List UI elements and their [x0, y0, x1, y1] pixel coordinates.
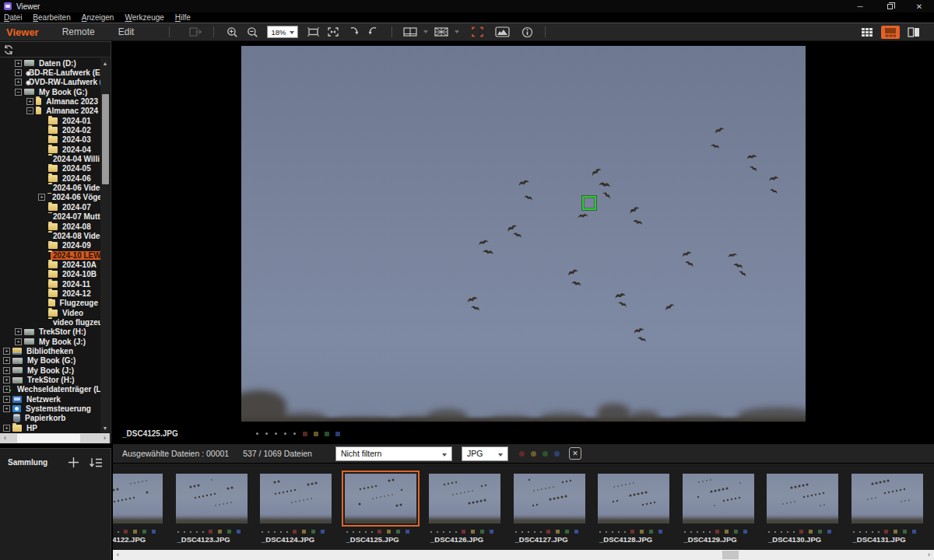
expand-icon[interactable]: +	[3, 357, 10, 364]
tree-item-bd-re-laufwerk-e-[interactable]: +BD-RE-Laufwerk (E:)	[0, 68, 100, 77]
filter-label-chip[interactable]	[554, 451, 560, 457]
tree-item-almanac-2023[interactable]: +Almanac 2023	[0, 96, 100, 106]
rating-dot[interactable]	[612, 531, 613, 533]
label-chip[interactable]	[142, 530, 146, 534]
rating-dot[interactable]	[443, 531, 444, 533]
rating-dot[interactable]	[265, 432, 268, 435]
photo-canvas[interactable]	[241, 46, 806, 422]
rating-dot[interactable]	[709, 531, 711, 533]
compare-icon[interactable]	[433, 24, 450, 40]
expand-icon[interactable]: +	[26, 98, 33, 105]
fit-frame-icon[interactable]	[304, 24, 321, 40]
rating-dot[interactable]	[599, 531, 601, 533]
tree-item-hp[interactable]: +HP	[0, 423, 100, 432]
tree-item-bibliotheken[interactable]: +Bibliotheken	[0, 346, 100, 355]
add-collection-icon[interactable]	[68, 457, 79, 468]
tree-horizontal-scrollbar[interactable]: ‹ ›	[0, 433, 110, 443]
rating-dot[interactable]	[118, 531, 119, 533]
rating-dot[interactable]	[853, 531, 855, 533]
compare-dropdown[interactable]	[455, 30, 459, 33]
filmstrip-thumbnail--dsc4128-jpg[interactable]: _DSC4128.JPG	[592, 464, 676, 544]
thumbnail-frame[interactable]	[173, 471, 251, 527]
expand-icon[interactable]: +	[3, 405, 10, 412]
tree-item-2024-06-video[interactable]: 2024-06 Video	[0, 183, 100, 192]
filmstrip-thumbnail--dsc4124-jpg[interactable]: _DSC4124.JPG	[254, 464, 339, 544]
tree-item-2024-04[interactable]: 2024-04	[0, 145, 100, 154]
rating-dot[interactable]	[774, 531, 776, 533]
zoom-level-select[interactable]: 18%	[267, 26, 298, 38]
tree-item-wechseldatentr-ger-l-[interactable]: +Wechseldatenträger (L:)	[0, 385, 100, 394]
thumbnail-frame[interactable]	[342, 471, 420, 527]
sort-collection-icon[interactable]	[89, 457, 103, 468]
rating-dot[interactable]	[878, 531, 880, 533]
export-icon[interactable]	[187, 24, 204, 40]
rating-dot[interactable]	[284, 432, 286, 435]
label-chip[interactable]	[903, 530, 907, 534]
rating-dot[interactable]	[787, 531, 788, 533]
label-chip[interactable]	[546, 530, 550, 534]
tree-item-video[interactable]: Video	[0, 308, 100, 317]
rating-dot[interactable]	[697, 531, 698, 533]
expand-icon[interactable]: +	[15, 328, 22, 335]
thumbnail-frame[interactable]	[511, 471, 588, 527]
filmstrip-scroll-left[interactable]: ‹	[113, 550, 123, 560]
label-chip[interactable]	[912, 530, 916, 534]
label-chip[interactable]	[387, 530, 391, 534]
filmstrip-thumbnail--dsc4126-jpg[interactable]: _DSC4126.JPG	[423, 464, 507, 544]
label-chip[interactable]	[209, 530, 212, 534]
filmstrip-thumbnail--dsc4125-jpg[interactable]: _DSC4125.JPG	[339, 464, 423, 544]
rotate-right-icon[interactable]	[365, 24, 382, 40]
thumbnail-image[interactable]	[851, 474, 923, 523]
filmstrip-thumbnail--dsc4122-jpg[interactable]: _DSC4122.JPG	[113, 464, 170, 544]
thumbnail-image[interactable]	[514, 474, 585, 523]
tree-item-trekstor-h-[interactable]: +TrekStor (H:)	[0, 327, 100, 337]
label-filter-chips[interactable]	[519, 451, 566, 457]
label-chip[interactable]	[894, 530, 897, 534]
expand-icon[interactable]: +	[3, 376, 10, 383]
tree-item-2024-07-mutter[interactable]: 2024-07 Mutter	[0, 212, 100, 222]
thumbnail-frame[interactable]	[426, 471, 504, 527]
tree-item-2024-08-video[interactable]: 2024-08 Video	[0, 231, 100, 240]
fit-screen-icon[interactable]	[325, 24, 342, 40]
tree-item-2024-04-willi[interactable]: 2024-04 Willi	[0, 154, 100, 163]
thumbnail-frame[interactable]	[595, 471, 672, 527]
label-chip[interactable]	[734, 530, 738, 534]
rating-dot[interactable]	[280, 531, 282, 533]
tree-item-2024-11[interactable]: 2024-11	[0, 279, 100, 289]
tree-item-my-book-j-[interactable]: +My Book (J:)	[0, 366, 100, 375]
label-chip[interactable]	[377, 530, 381, 534]
tree-item-2024-06-v-gel[interactable]: +2024-06 Vögel	[0, 193, 100, 202]
label-chip[interactable]	[649, 530, 653, 534]
tree-item-papierkorb[interactable]: Papierkorb	[0, 414, 100, 423]
view-mode-filmstrip-button[interactable]	[881, 26, 900, 39]
view-mode-grid-button[interactable]	[858, 26, 876, 39]
label-chip[interactable]	[462, 530, 465, 534]
label-chip[interactable]	[303, 432, 307, 436]
rating-dot[interactable]	[684, 531, 686, 533]
rating-dot[interactable]	[768, 531, 770, 533]
label-chip[interactable]	[884, 530, 888, 534]
rating-dot[interactable]	[430, 531, 432, 533]
label-chip[interactable]	[325, 432, 329, 436]
filter-label-chip[interactable]	[542, 451, 548, 457]
label-chip[interactable]	[237, 530, 241, 534]
tree-item-netzwerk[interactable]: +Netzwerk	[0, 394, 100, 404]
thumbnail-image[interactable]	[176, 474, 248, 523]
tree-item-almanac-2024[interactable]: −Almanac 2024	[0, 107, 100, 116]
rating-dot[interactable]	[703, 531, 704, 533]
multi-view-dropdown[interactable]	[423, 30, 428, 33]
tree-item-2024-07[interactable]: 2024-07	[0, 202, 100, 212]
thumbnail-frame[interactable]	[848, 471, 926, 527]
rating-dot[interactable]	[365, 531, 367, 533]
scroll-down-arrow[interactable]: ▼	[100, 423, 110, 432]
filter-label-chip[interactable]	[531, 451, 536, 457]
tree-item-2024-01[interactable]: 2024-01	[0, 116, 100, 125]
tree-item-2024-03[interactable]: 2024-03	[0, 135, 100, 145]
tree-item-2024-10b[interactable]: 2024-10B	[0, 270, 100, 279]
rating-dot[interactable]	[177, 531, 179, 533]
rating-dot[interactable]	[202, 531, 204, 533]
rating-dot[interactable]	[872, 531, 873, 533]
rating-dot[interactable]	[196, 531, 198, 533]
menu-item-datei[interactable]: Datei	[0, 13, 29, 22]
label-chip[interactable]	[124, 530, 128, 534]
